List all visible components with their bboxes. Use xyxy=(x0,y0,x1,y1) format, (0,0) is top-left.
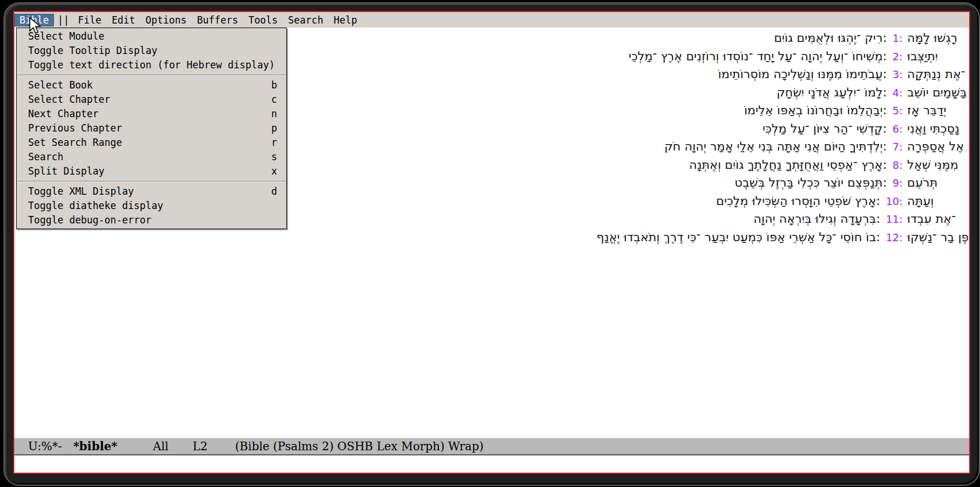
dropdown-item-next-chapter[interactable]: Next Chaptern xyxy=(17,107,286,121)
verse-text-head: אָז‎ יְדַבֵּר‎ xyxy=(907,102,968,120)
menu-item-buffers[interactable]: Buffers xyxy=(192,14,243,26)
verse-number: 5: xyxy=(892,102,903,120)
menu-item-options[interactable]: Options xyxy=(141,14,192,26)
verse-number: 4: xyxy=(892,84,903,102)
verse-number: 1: xyxy=(892,29,903,48)
desktop: Bible || File Edit Options Buffers Tools… xyxy=(0,0,980,487)
mode-line-line-number: L2 xyxy=(193,439,208,453)
verse-number: 6: xyxy=(892,120,903,138)
verse-text-head: תְּרֹעֵם‎ xyxy=(907,174,968,192)
verse-number: 7: xyxy=(892,138,903,156)
verse-number: 8: xyxy=(892,156,903,175)
menu-item-search[interactable]: Search xyxy=(283,14,328,26)
verse-text-head: יִתְיַצְּבוּ‎ xyxy=(907,48,968,66)
menu-bar: Bible || File Edit Options Buffers Tools… xyxy=(14,12,969,28)
dropdown-item-toggle-debug-on-error[interactable]: Toggle debug-on-error xyxy=(17,213,286,227)
verse-number: 10: xyxy=(886,192,903,211)
verse-text-head: אֲסַפְּרָה‎ אֶל‎ xyxy=(907,138,968,156)
verse-text-tail: יְהוָה‎ בְּיִרְאָה‎ וְגִילוּ‎ בִּרְעָדָה… xyxy=(753,210,880,229)
mode-line-major-mode-list: (Bible (Psalms 2) OSHB Lex Morph) Wrap) xyxy=(235,439,484,453)
verse-text-head: נַשְּׁקוּ‎־‎‎ בַר‎ פֶּן‎־‎‎ xyxy=(907,229,968,247)
verse-number: 9: xyxy=(892,174,903,192)
verse-number: 2: xyxy=(892,48,903,66)
verse-text-head: וַאֲנִי‎ נָסַכְתִּי‎ xyxy=(907,120,968,138)
dropdown-item-split-display[interactable]: Split Displayx xyxy=(17,164,286,179)
verse-text-tail: חֹק‎ יְהוָה‎ אָמַר‎ אֵלַי‎ בְּנִי‎ אַתָּ… xyxy=(664,138,887,156)
dropdown-item-search[interactable]: Searchs xyxy=(17,150,286,164)
verse-text-head: לָמָּה‎ רָגְשׁוּ‎ xyxy=(907,29,968,48)
verse-text-head: עִבְדוּ‎ אֶת‎־‎‎ xyxy=(907,210,968,229)
menu-item-help[interactable]: Help xyxy=(329,14,363,26)
verse-text-head: יוֹשֵׁב‎ בַּשָּׁמַיִם‎ xyxy=(907,84,968,102)
verse-text-tail: מַלְכִּי‎ עַל‎־‎‎ צִיּוֹן‎ הַר‎־‎‎ קָדְש… xyxy=(763,120,886,138)
verse-text-head: נְנַתְּקָה‎ אֶת‎־‎‎ xyxy=(907,65,968,84)
dropdown-item-select-module[interactable]: Select Module xyxy=(17,29,286,44)
verse-text-head: וְעַתָּה‎ xyxy=(907,192,968,211)
bible-dropdown-menu: Select Module Toggle Tooltip Display Tog… xyxy=(16,28,287,229)
dropdown-item-select-chapter[interactable]: Select Chapterc xyxy=(17,92,286,107)
menu-item-file[interactable]: File xyxy=(73,14,107,26)
verse-text-tail: יֶאֱנַף‎ וְתֹאבְדוּ‎ דֶרֶךְ‎ כִּי‎־‎‎ יִ… xyxy=(597,229,880,247)
menu-item-edit[interactable]: Edit xyxy=(107,14,141,26)
mode-line[interactable]: U:%*- *bible* All L2 (Bible (Psalms 2) O… xyxy=(14,438,969,455)
verse-text-tail: מוֹסְרוֹתֵימוֹ‎ וְנַשְׁלִיכָה‎ מִמֶּנּוּ… xyxy=(718,65,887,84)
dropdown-item-toggle-tooltip-display[interactable]: Toggle Tooltip Display xyxy=(17,44,286,58)
verse-text-tail: מַלְכֵי‎־‎‎ אֶרֶץ‎ וְרוֹזְנִים‎ נוֹסְדוּ… xyxy=(628,48,886,66)
menu-item-bible[interactable]: Bible xyxy=(14,14,54,26)
dropdown-item-toggle-text-direction[interactable]: Toggle text direction (for Hebrew displa… xyxy=(17,58,286,72)
menu-item-tools[interactable]: Tools xyxy=(243,14,283,26)
dropdown-item-previous-chapter[interactable]: Previous Chapterp xyxy=(17,121,286,136)
verse-text-head: שְׁאַל‎ מִמֶּנִּי‎ xyxy=(907,156,968,175)
verse-text-tail: אֵלֵימוֹ‎ בְאַפּוֹ‎ וּבַחֲרוֹנוֹ‎ יְבַהֲ… xyxy=(744,102,887,120)
mode-line-scroll-position: All xyxy=(153,439,168,453)
dropdown-item-select-book[interactable]: Select Bookb xyxy=(17,78,286,92)
dropdown-item-toggle-xml-display[interactable]: Toggle XML Displayd xyxy=(17,184,286,199)
verse-number: 12: xyxy=(886,229,903,247)
verse-number: 11: xyxy=(886,210,903,229)
verse-text-tail: יִשְׂחָק‎ אֲדֹנָי‎ יִלְעַג‎־‎‎ לָמוֹ‎:‎ xyxy=(776,84,886,102)
dropdown-item-set-search-range[interactable]: Set Search Ranger xyxy=(17,136,286,150)
emacs-frame: Bible || File Edit Options Buffers Tools… xyxy=(13,11,970,474)
verse-number: 3: xyxy=(892,65,903,84)
menu-bar-separator: || xyxy=(54,14,72,26)
dropdown-separator xyxy=(17,75,286,76)
dropdown-item-toggle-diatheke-display[interactable]: Toggle diatheke display xyxy=(17,199,286,213)
dropdown-separator xyxy=(17,181,286,182)
echo-area[interactable] xyxy=(14,457,969,473)
verse-text-tail: מְלָכִים‎ הַשְׂכִּילוּ‎ הִוָּסְרוּ‎ שֹׁפ… xyxy=(716,192,880,211)
mode-line-coding-indicator: U:%*- xyxy=(28,439,62,453)
mode-line-buffer-name: *bible* xyxy=(73,439,118,453)
verse-text-tail: בְּשֵׁבֶט‎ בַּרְזֶל‎ כִּכְלִי‎ יוֹצֵר‎ ת… xyxy=(734,174,886,192)
verse-text-tail: גוֹיִם‎ וּלְאֻמִּים‎ יֶהְגּוּ‎־‎‎ רִיק‎:… xyxy=(774,29,887,48)
verse-row: יֶאֱנַף‎ וְתֹאבְדוּ‎ דֶרֶךְ‎ כִּי‎־‎‎ יִ… xyxy=(14,229,969,247)
verse-text-tail: וְאֶתְּנָה‎ גוֹיִם‎ נַחֲלָתֶךָ‎ וַאֲחֻזָ… xyxy=(689,156,887,175)
